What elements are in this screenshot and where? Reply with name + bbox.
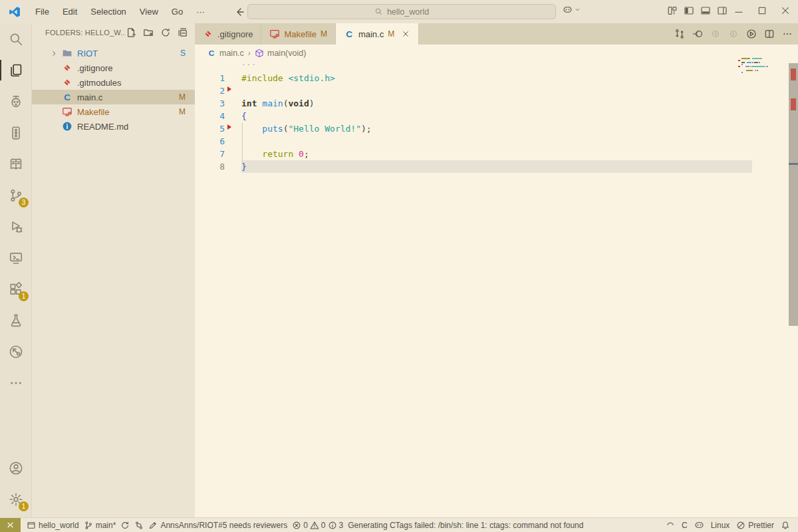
status-label: C [682, 521, 688, 530]
gutter-space [225, 97, 241, 110]
breadcrumb-separator: › [248, 49, 251, 58]
activity-more[interactable] [0, 367, 32, 398]
minimize-button[interactable] [733, 5, 744, 16]
status-annsanns[interactable]: AnnsAnns/RIOT#5 needs reviewers [148, 521, 287, 530]
activity-badge: 3 [19, 198, 29, 207]
activity-flask[interactable] [0, 305, 32, 336]
circle-left-icon[interactable] [710, 29, 721, 39]
tab-bar: .gitignoreMakefileMCmain.cM [195, 23, 798, 45]
menu-edit[interactable]: Edit [56, 4, 84, 19]
layout-panel-icon[interactable] [700, 5, 711, 16]
menu-file[interactable]: File [29, 4, 56, 19]
scrollbar-overview-ruler[interactable] [789, 63, 798, 326]
file-name: main.c [77, 92, 102, 102]
menu-selection[interactable]: Selection [84, 4, 132, 19]
split-editor-icon[interactable] [764, 29, 775, 39]
tree-item--gitmodules[interactable]: .gitmodules [32, 75, 195, 90]
status-sync[interactable] [120, 521, 130, 530]
activity-commit-graph[interactable] [0, 336, 32, 367]
run-icon[interactable] [746, 29, 757, 39]
activity-extensions[interactable]: 1 [0, 273, 32, 305]
command-center-value: hello_world [387, 7, 429, 17]
more-icon[interactable] [782, 29, 793, 39]
status-c[interactable]: C [682, 521, 688, 530]
activity-explorer[interactable] [0, 55, 32, 86]
file-name: .gitignore [77, 63, 112, 73]
remote-indicator-button[interactable] [0, 518, 21, 532]
compare-changes-icon[interactable] [674, 29, 685, 39]
activity-search[interactable] [0, 23, 32, 55]
menu-more[interactable]: ··· [190, 4, 211, 19]
tab-makefile[interactable]: MakefileM [261, 23, 335, 45]
sidebar-actions [126, 27, 188, 38]
sync-icon [120, 521, 130, 530]
status-label: Generating CTags failed: /bin/sh: line 1… [348, 521, 583, 530]
status-generating[interactable]: Generating CTags failed: /bin/sh: line 1… [348, 521, 583, 530]
minimap-modified-mark [738, 66, 740, 67]
layout-sidebar-left-icon[interactable] [684, 5, 694, 16]
back-icon[interactable] [234, 7, 245, 17]
status-slash-circle[interactable]: Prettier [736, 521, 774, 530]
activity-debug[interactable] [0, 211, 32, 242]
prev-change-icon[interactable] [692, 29, 703, 39]
minimap-token [759, 62, 760, 63]
maximize-button[interactable] [757, 5, 767, 16]
collapse-all-icon[interactable] [178, 27, 188, 38]
chevron-right-icon [50, 49, 59, 58]
activity-board[interactable] [0, 117, 32, 148]
problems-status[interactable]: 003 [292, 521, 343, 530]
tree-item--gitignore[interactable]: .gitignore [32, 61, 195, 75]
git-icon [62, 63, 72, 73]
tree-item-riot[interactable]: RIOTS [32, 46, 195, 61]
copilot-menu[interactable] [563, 5, 581, 15]
code-line-4: 4{ [195, 110, 798, 122]
new-folder-icon[interactable] [143, 27, 154, 38]
line-number: 8 [195, 160, 225, 173]
overview-modified-mark [791, 68, 796, 80]
compare-branch-icon [134, 521, 144, 530]
refresh-icon[interactable] [160, 27, 171, 38]
activity-raspberry[interactable] [0, 86, 32, 117]
tree-item-readme-md[interactable]: README.md [32, 119, 195, 134]
breadcrumb-item[interactable]: Cmain.c [207, 49, 244, 58]
command-center[interactable]: hello_world [247, 4, 556, 19]
gutter-space [225, 148, 241, 160]
new-file-icon[interactable] [126, 27, 136, 38]
customize-layout-icon[interactable] [667, 5, 678, 16]
tab--gitignore[interactable]: .gitignore [195, 23, 261, 45]
activity-remote-explorer[interactable] [0, 242, 32, 273]
search-icon [374, 7, 383, 16]
status-compare-branch[interactable] [134, 521, 144, 530]
status-linux[interactable]: Linux [711, 521, 730, 530]
tab-close-icon[interactable] [401, 29, 410, 39]
tab-main-c[interactable]: Cmain.cM [336, 23, 419, 45]
activity-account[interactable] [0, 452, 32, 483]
code-token [241, 149, 262, 159]
circle-right-icon[interactable] [728, 29, 739, 39]
status-hello_world[interactable]: hello_world [27, 521, 79, 530]
tree-item-main-c[interactable]: Cmain.cM [32, 90, 195, 104]
window-controls [733, 5, 791, 16]
activity-source-control[interactable]: 3 [0, 180, 32, 211]
status-copilot[interactable] [694, 520, 704, 530]
activity-settings[interactable]: 1 [0, 483, 32, 515]
minimap[interactable] [741, 58, 768, 74]
code-editor[interactable]: ··· 1#include <stdio.h>23int main(void)4… [195, 62, 798, 501]
breadcrumb: Cmain.c›main(void) [195, 45, 798, 62]
status-label: hello_world [39, 521, 79, 530]
status-label: Linux [711, 521, 730, 530]
menu-go[interactable]: Go [165, 4, 190, 19]
status-spinner[interactable] [666, 521, 675, 530]
tree-item-makefile[interactable]: MakefileM [32, 104, 195, 119]
breadcrumb-item[interactable]: main(void) [255, 49, 306, 58]
warning-count: 0 [321, 521, 326, 530]
layout-sidebar-right-icon[interactable] [717, 5, 728, 16]
code-token: "Hello World!" [288, 124, 361, 134]
status-bell[interactable] [781, 521, 790, 530]
status-main*[interactable]: main* [84, 521, 116, 530]
code-token: { [241, 111, 247, 121]
code-line-content [241, 84, 798, 97]
activity-book[interactable] [0, 148, 32, 180]
menu-view[interactable]: View [133, 4, 165, 19]
close-button[interactable] [780, 5, 791, 16]
